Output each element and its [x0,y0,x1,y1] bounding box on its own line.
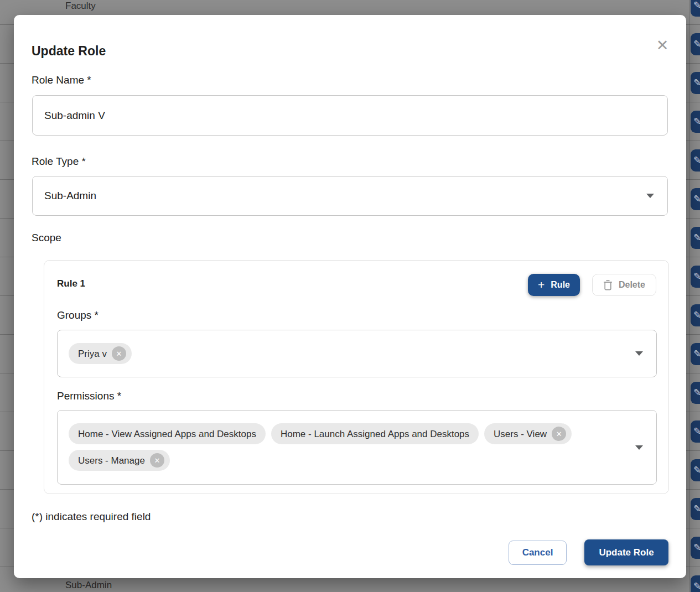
selected-option-chip: Home - View Assigned Apps and Desktops [69,423,266,444]
edit-button: ✎ [691,149,700,172]
edit-button: ✎ [691,498,700,520]
update-role-button[interactable]: Update Role [584,539,668,565]
chip-label: Priya v [78,349,107,359]
edit-icon: ✎ [693,116,700,127]
edit-button: ✎ [691,188,700,210]
close-icon[interactable]: ✕ [653,36,672,55]
edit-button: ✎ [691,382,700,404]
edit-button: ✎ [691,343,700,365]
role-type-select[interactable]: Sub-Admin [32,176,668,216]
scope-label: Scope [32,232,61,244]
required-field-note: (*) indicates required field [32,511,151,523]
edit-button: ✎ [691,72,700,94]
role-type-label: Role Type * [32,155,86,168]
trash-icon [603,280,613,290]
delete-rule-button-label: Delete [619,280,645,290]
scope-rule-card: Rule 1 + Rule Delete Groups * Priya v✕ [44,260,669,494]
edit-button: ✎ [691,304,700,326]
edit-icon: ✎ [693,154,700,166]
edit-icon: ✎ [693,38,700,50]
edit-button: ✎ [691,459,700,481]
chip-label: Users - Manage [78,456,145,465]
chip-label: Home - View Assigned Apps and Desktops [78,429,256,439]
edit-icon: ✎ [693,387,700,398]
edit-icon: ✎ [693,309,700,321]
remove-icon[interactable]: ✕ [150,453,164,468]
edit-icon: ✎ [693,193,700,205]
remove-icon[interactable]: ✕ [112,346,126,361]
edit-button: ✎ [691,420,700,443]
selected-option-chip: Users - Manage✕ [69,450,170,471]
table-column-divider [689,0,690,592]
selected-option-chip: Priya v✕ [69,343,132,364]
edit-icon: ✎ [693,0,700,11]
edit-button: ✎ [691,537,700,559]
edit-button: ✎ [691,33,700,55]
rule-actions: + Rule Delete [528,274,656,296]
delete-rule-button[interactable]: Delete [592,274,656,296]
plus-icon: + [538,279,545,290]
chevron-down-icon [646,194,654,198]
backdrop-cell-sub-admin: Sub-Admin [65,580,112,591]
permissions-chips: Home - View Assigned Apps and DesktopsHo… [69,423,620,471]
cancel-button[interactable]: Cancel [509,541,567,565]
permissions-label: Permissions * [57,390,121,402]
edit-button: ✎ [691,266,700,288]
dialog-title: Update Role [32,44,106,59]
groups-label: Groups * [57,309,98,321]
add-rule-button-label: Rule [551,280,570,290]
edit-button: ✎ [691,575,700,592]
edit-icon: ✎ [693,232,700,243]
edit-icon: ✎ [693,464,700,476]
edit-icon: ✎ [693,542,700,553]
edit-button: ✎ [691,111,700,133]
selected-option-chip: Users - View✕ [484,423,572,444]
edit-icon: ✎ [693,580,700,592]
edit-button: ✎ [691,0,700,17]
groups-multiselect[interactable]: Priya v✕ [57,330,657,377]
rule-title: Rule 1 [57,278,85,289]
edit-icon: ✎ [693,348,700,360]
edit-icon: ✎ [693,425,700,437]
chip-label: Users - View [494,429,547,439]
chevron-down-icon [635,351,643,356]
update-role-dialog: Update Role ✕ Role Name * Role Type * Su… [14,15,686,578]
chip-label: Home - Launch Assigned Apps and Desktops [281,429,469,439]
backdrop-cell-faculty: Faculty [65,1,96,12]
dialog-footer: Cancel Update Role [509,539,668,565]
remove-icon[interactable]: ✕ [552,427,566,441]
selected-option-chip: Home - Launch Assigned Apps and Desktops [271,423,479,444]
role-type-selected-value: Sub-Admin [44,190,96,202]
role-name-label: Role Name * [32,74,91,86]
role-name-input[interactable] [32,95,668,136]
add-rule-button[interactable]: + Rule [528,274,580,296]
chevron-down-icon [635,445,643,450]
edit-icon: ✎ [693,503,700,515]
edit-button: ✎ [691,227,700,249]
groups-chips: Priya v✕ [69,343,620,364]
edit-icon: ✎ [693,77,700,89]
permissions-multiselect[interactable]: Home - View Assigned Apps and DesktopsHo… [57,410,657,485]
edit-icon: ✎ [693,271,700,282]
